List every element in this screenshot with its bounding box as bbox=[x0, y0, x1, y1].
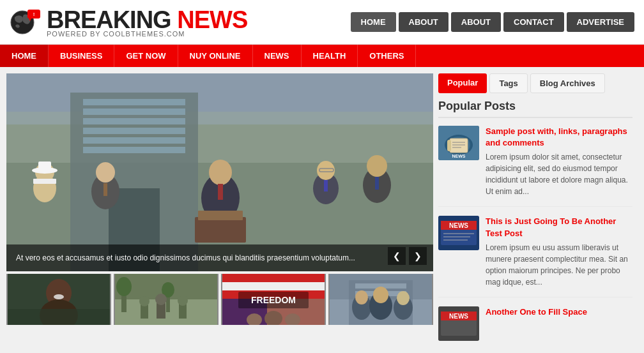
svg-point-34 bbox=[367, 155, 387, 177]
slider-nav: ❮ ❯ bbox=[388, 247, 427, 265]
sidebar-tabs: Popular Tags Blog Archives bbox=[438, 73, 632, 93]
svg-rect-10 bbox=[83, 109, 185, 115]
nav-nuy-online[interactable]: NUY ONLINE bbox=[178, 45, 253, 67]
popular-thumb-2: NEWS bbox=[438, 216, 479, 250]
globe-icon: ! bbox=[10, 10, 40, 35]
svg-point-73 bbox=[373, 287, 388, 303]
nav-get-now[interactable]: GET NOW bbox=[114, 45, 178, 67]
nav-home[interactable]: HOME bbox=[0, 45, 49, 67]
svg-point-75 bbox=[397, 291, 410, 305]
svg-rect-18 bbox=[33, 179, 56, 184]
svg-rect-20 bbox=[38, 161, 51, 172]
popular-item-title-1[interactable]: Sample post with, links, paragraphs and … bbox=[486, 126, 632, 149]
top-nav-about-2[interactable]: ABOUT bbox=[451, 12, 501, 32]
svg-rect-9 bbox=[83, 99, 185, 105]
svg-rect-84 bbox=[447, 140, 451, 151]
svg-rect-12 bbox=[83, 128, 185, 134]
svg-point-71 bbox=[355, 290, 368, 304]
popular-item-1: NEWS Sample post with, links, paragraphs… bbox=[438, 126, 632, 207]
logo-area: ! BREAKING NEWS POWERED BY COOLBTHEMES.C… bbox=[10, 6, 247, 38]
popular-thumb-3: NEWS bbox=[438, 306, 479, 341]
popular-item-content-2: This is Just Going To Be Another Test Po… bbox=[486, 216, 632, 287]
svg-text:NEWS: NEWS bbox=[452, 154, 466, 158]
svg-rect-28 bbox=[198, 211, 243, 220]
popular-item-excerpt-2: Lorem ipsum eu usu assum liberavis ut mu… bbox=[486, 242, 632, 288]
svg-point-45 bbox=[116, 277, 132, 296]
thumbnail-row: FREEDOM bbox=[6, 274, 433, 325]
svg-text:NEWS: NEWS bbox=[449, 222, 468, 229]
popular-posts-title: Popular Posts bbox=[438, 100, 632, 118]
svg-rect-26 bbox=[218, 184, 223, 200]
top-nav: HOME ABOUT ABOUT CONTACT ADVERTISE bbox=[351, 12, 634, 32]
logo-breaking: BREAKING bbox=[47, 6, 171, 33]
popular-thumb-1: NEWS bbox=[438, 126, 479, 160]
svg-point-51 bbox=[155, 294, 167, 305]
svg-rect-56 bbox=[222, 282, 325, 290]
top-nav-contact[interactable]: CONTACT bbox=[503, 12, 564, 32]
svg-rect-55 bbox=[222, 274, 325, 282]
nav-news[interactable]: NEWS bbox=[253, 45, 302, 67]
svg-rect-27 bbox=[195, 217, 246, 243]
header: ! BREAKING NEWS POWERED BY COOLBTHEMES.C… bbox=[0, 0, 644, 45]
svg-text:NEWS: NEWS bbox=[449, 313, 468, 320]
svg-rect-14 bbox=[83, 147, 185, 153]
slider-caption-text: At vero eos et accusamus et iusto odio d… bbox=[16, 253, 355, 262]
popular-item-title-2[interactable]: This is Just Going To Be Another Test Po… bbox=[486, 216, 632, 239]
tab-tags[interactable]: Tags bbox=[489, 73, 527, 93]
popular-item-title-3[interactable]: Another One to Fill Space bbox=[486, 306, 632, 318]
logo-news: NEWS bbox=[177, 6, 247, 33]
content-wrapper: At vero eos et accusamus et iusto odio d… bbox=[0, 67, 644, 353]
slider-next[interactable]: ❯ bbox=[409, 247, 427, 265]
popular-item-content-1: Sample post with, links, paragraphs and … bbox=[486, 126, 632, 197]
slider-container: At vero eos et accusamus et iusto odio d… bbox=[6, 73, 433, 271]
main-content: At vero eos et accusamus et iusto odio d… bbox=[6, 73, 433, 353]
svg-rect-35 bbox=[375, 177, 379, 190]
svg-rect-79 bbox=[450, 139, 468, 153]
svg-point-40 bbox=[54, 294, 64, 299]
sidebar: Popular Tags Blog Archives Popular Posts bbox=[433, 73, 638, 353]
main-nav: HOME BUSINESS GET NOW NUY ONLINE NEWS HE… bbox=[0, 45, 644, 67]
svg-rect-13 bbox=[83, 137, 185, 144]
nav-others[interactable]: OTHERS bbox=[358, 45, 416, 67]
top-nav-about-1[interactable]: ABOUT bbox=[399, 12, 448, 32]
popular-item-content-3: Another One to Fill Space bbox=[486, 306, 632, 341]
slider-prev[interactable]: ❮ bbox=[388, 247, 406, 265]
nav-business[interactable]: BUSINESS bbox=[49, 45, 114, 67]
tab-popular[interactable]: Popular bbox=[438, 73, 487, 93]
popular-item-excerpt-1: Lorem ipsum dolor sit amet, consectetur … bbox=[486, 151, 632, 197]
nav-health[interactable]: HEALTH bbox=[302, 45, 358, 67]
top-nav-home[interactable]: HOME bbox=[351, 12, 396, 32]
svg-rect-23 bbox=[103, 183, 107, 196]
thumb-3[interactable]: FREEDOM bbox=[221, 274, 326, 325]
svg-rect-32 bbox=[324, 180, 328, 192]
tab-blog-archives[interactable]: Blog Archives bbox=[530, 73, 605, 93]
svg-point-53 bbox=[178, 296, 188, 306]
svg-text:FREEDOM: FREEDOM bbox=[251, 295, 296, 305]
popular-item-2: NEWS This is Just Going To Be Another Te… bbox=[438, 216, 632, 297]
slider-image bbox=[6, 73, 433, 271]
thumb-2[interactable] bbox=[114, 274, 218, 325]
popular-item-3: NEWS Another One to Fill Space bbox=[438, 306, 632, 350]
svg-point-49 bbox=[139, 296, 150, 306]
svg-rect-41 bbox=[8, 309, 110, 325]
thumb-4[interactable] bbox=[328, 274, 433, 325]
svg-point-25 bbox=[209, 160, 232, 185]
svg-point-22 bbox=[96, 162, 115, 183]
thumb-1[interactable] bbox=[6, 274, 111, 325]
top-nav-advertise[interactable]: ADVERTISE bbox=[567, 12, 634, 32]
svg-text:!: ! bbox=[33, 11, 35, 17]
svg-rect-11 bbox=[83, 118, 185, 124]
slider-caption: At vero eos et accusamus et iusto odio d… bbox=[6, 244, 433, 271]
